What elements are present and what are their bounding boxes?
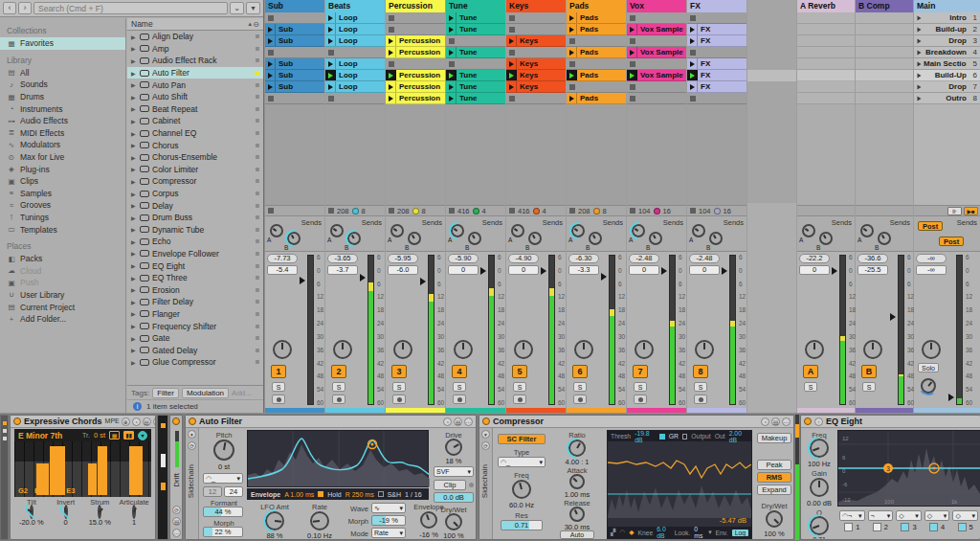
disclosure-icon[interactable]: ▶ [131, 359, 137, 366]
clip-launch-button[interactable] [627, 47, 637, 57]
clip-launch-button[interactable] [627, 24, 637, 34]
clip-launch-button[interactable] [687, 35, 698, 46]
device-activator-icon[interactable] [172, 417, 180, 425]
clip-slot[interactable]: Loop [325, 81, 385, 93]
drywet-knob[interactable] [445, 513, 462, 530]
send-b-knob[interactable] [528, 232, 542, 245]
clip-stop-slot[interactable] [627, 12, 686, 24]
favorite-dot-icon[interactable] [256, 239, 259, 243]
favorite-dot-icon[interactable] [256, 192, 259, 195]
clip-launch-button[interactable] [506, 35, 517, 46]
rate-knob[interactable] [310, 511, 329, 530]
save-preset-icon[interactable]: ▤ [172, 517, 181, 526]
scene-drop-3[interactable]: Drop3 [914, 35, 980, 47]
band-3-type-dropdown[interactable]: ◇▾ [896, 510, 922, 521]
wave-dropdown[interactable]: ∿▾ [371, 503, 406, 513]
filter-display[interactable] [247, 430, 429, 487]
scene-outro-8[interactable]: Outro8 [914, 93, 980, 104]
clip-launch-button[interactable] [627, 70, 637, 80]
track-header[interactable]: Tune [446, 0, 505, 12]
scene-main-section-5[interactable]: Main Section5 [914, 58, 980, 70]
filter-type-dropdown[interactable]: ◠_▾ [203, 473, 243, 484]
disclosure-icon[interactable]: ▶ [131, 238, 137, 245]
track-header[interactable]: Keys [506, 0, 566, 12]
routing-icon[interactable]: ⟳ [481, 441, 490, 450]
clip-button[interactable]: Clip [434, 480, 466, 490]
tilt-knob[interactable] [30, 505, 33, 519]
clip-slot[interactable]: Sub [265, 70, 324, 81]
clip-launch-button[interactable] [386, 70, 396, 80]
transpose-value[interactable]: 0 st [94, 431, 105, 440]
clip-launch-button[interactable] [567, 93, 577, 103]
volume-fader[interactable] [360, 274, 366, 282]
clip-launch-button[interactable] [265, 81, 276, 92]
clip-stop-slot[interactable] [506, 93, 566, 104]
device-drift[interactable]: Drift ⟳ ▤ ⋯ [169, 415, 183, 540]
attack-value[interactable]: A 1.00 ms [284, 491, 314, 498]
list-item-audio-effect-rack[interactable]: ▶Audio Effect Rack [127, 55, 263, 67]
volume-value[interactable]: 0 [629, 265, 659, 275]
disclosure-icon[interactable]: ▶ [131, 323, 137, 329]
clip-slot[interactable]: Percussion [386, 93, 445, 104]
favorite-dot-icon[interactable] [256, 119, 259, 123]
clip-slot[interactable]: Loop [325, 35, 385, 47]
send-a-knob[interactable] [390, 224, 404, 237]
expand-icon[interactable]: ▾ [481, 430, 490, 439]
favorite-dot-icon[interactable] [256, 360, 259, 364]
favorite-dot-icon[interactable] [256, 83, 259, 87]
clip-slot[interactable]: Vox Sample [627, 70, 686, 81]
articulate-knob[interactable] [132, 505, 136, 519]
res-value[interactable]: 0.71 [501, 520, 543, 530]
device-activator-icon[interactable] [189, 417, 196, 425]
send-a-knob[interactable] [860, 224, 874, 237]
favorite-dot-icon[interactable] [256, 95, 259, 99]
disclosure-icon[interactable]: ▶ [131, 286, 137, 293]
send-a-post-toggle[interactable]: Post [918, 221, 943, 231]
track-number-button[interactable]: 3 [391, 365, 407, 378]
send-b-knob[interactable] [709, 232, 723, 245]
disclosure-icon[interactable]: ▶ [131, 154, 137, 161]
favorite-dot-icon[interactable] [256, 276, 259, 280]
filter-dropdown-icon[interactable]: ▾ [246, 2, 260, 14]
clip-launch-button[interactable] [265, 70, 276, 80]
lfo-morph-value[interactable]: -19 % [371, 515, 406, 526]
clip-slot[interactable]: Pads [567, 93, 626, 104]
send-a-knob[interactable] [692, 224, 705, 237]
look-dropdown-icon[interactable]: ▾ [708, 529, 711, 536]
clip-slot[interactable]: Tune [446, 47, 505, 58]
disclosure-icon[interactable]: ▶ [131, 335, 137, 342]
favorite-dot-icon[interactable] [256, 204, 259, 208]
send-a-knob[interactable] [451, 224, 464, 237]
list-item-flanger[interactable]: ▶Flanger [127, 308, 263, 321]
clip-stop-slot[interactable] [567, 81, 626, 93]
clip-stop-slot[interactable] [325, 93, 385, 104]
list-item-compressor[interactable]: ▶Compressor [127, 175, 263, 188]
clip-slot[interactable]: Pads [567, 70, 626, 81]
env-log-button[interactable]: Log [732, 530, 748, 536]
volume-fader[interactable] [541, 267, 546, 275]
mode-dropdown[interactable]: Rate▾ [371, 528, 406, 538]
track-number-button[interactable]: 6 [572, 365, 588, 378]
clip-slot[interactable]: Percussion [386, 35, 445, 47]
solo-button[interactable]: S [573, 382, 587, 392]
solo-button[interactable]: S [862, 382, 876, 392]
track-header[interactable]: Pads [567, 0, 626, 12]
clip-launch-button[interactable] [687, 70, 698, 80]
sidebar-item-grooves[interactable]: ≈Grooves [0, 199, 125, 212]
device-title[interactable]: EQ Eight [826, 417, 862, 426]
pan-knob[interactable] [805, 340, 824, 359]
pan-knob[interactable] [922, 340, 941, 359]
clip-slot[interactable]: Loop [325, 24, 385, 35]
disclosure-icon[interactable]: ▶ [131, 262, 137, 269]
clip-stop-slot[interactable] [627, 93, 686, 104]
clip-slot[interactable]: Loop [325, 58, 385, 70]
freeze-icon[interactable]: ◔ [761, 417, 769, 426]
gr-checkbox[interactable] [659, 434, 664, 440]
sidebar-item-plug-ins[interactable]: ◈Plug-ins [0, 163, 125, 175]
sidebar-item-instruments[interactable]: ◔Instruments [0, 102, 125, 115]
search-input[interactable] [33, 2, 228, 14]
clip-slot[interactable]: Tune [446, 24, 505, 35]
clip-stop-slot[interactable] [506, 24, 566, 35]
release-knob[interactable] [569, 507, 585, 522]
favorite-dot-icon[interactable] [256, 215, 259, 219]
